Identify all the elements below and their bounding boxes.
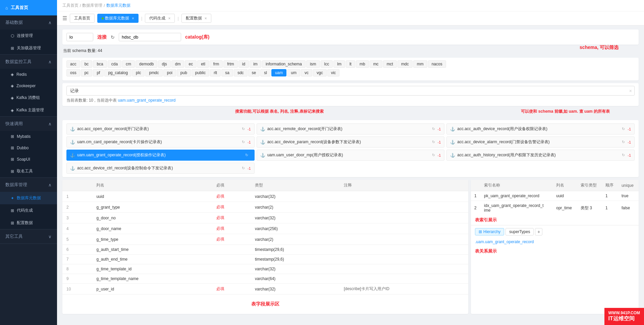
schema-tab-pub[interactable]: pub (177, 69, 191, 76)
table-item[interactable]: ⚓ acc.acc_device_alarm_record(门禁设备告警记录表)… (446, 137, 635, 148)
sidebar-item-kafka-consumer[interactable]: ◈ Kafka 消费组 (0, 92, 57, 104)
tab-close-icon[interactable]: × (132, 16, 134, 21)
schema-tab-mm[interactable]: mm (413, 60, 427, 68)
schema-tab-bca[interactable]: bca (93, 60, 107, 68)
schema-tab-mdc[interactable]: mdc (397, 60, 413, 68)
refresh-table-icon[interactable]: ↻ (242, 166, 245, 170)
sidebar-group-monitor-title[interactable]: 数据监控工具 ∧ (0, 55, 57, 69)
schema-tab-lm[interactable]: lm (333, 60, 345, 68)
schema-tab-etl[interactable]: etl (197, 60, 209, 68)
table-item[interactable]: ⚓ acc.acc_device_param_record(设备参数下发记录表)… (257, 137, 445, 148)
table-item[interactable]: ⚓ acc.acc_open_door_record(开门记录表) ↻ -1 (66, 123, 255, 134)
hierarchy-tab-hierarchy[interactable]: ⊞ Hierarchy (475, 228, 504, 235)
schema-tab-vc[interactable]: vc (301, 69, 312, 76)
refresh-table-icon[interactable]: ↻ (432, 140, 435, 144)
schema-tab-se[interactable]: se (248, 69, 260, 76)
catalog-input[interactable] (119, 33, 181, 41)
schema-tab-information_schema[interactable]: information_schema (262, 60, 306, 68)
schema-tab-mc[interactable]: mc (370, 60, 382, 68)
schema-tab-acc[interactable]: acc (66, 60, 80, 68)
schema-tab-dm[interactable]: dm (171, 60, 184, 68)
schema-tab-id[interactable]: id (238, 60, 249, 68)
schema-tab-bc[interactable]: bc (81, 60, 93, 68)
codegen-tab-close[interactable]: × (168, 16, 170, 21)
refresh-table-icon[interactable]: ↻ (245, 153, 248, 157)
sidebar-item-connection[interactable]: ⬡ 连接管理 (0, 30, 57, 42)
schema-tab-nacos[interactable]: nacos (428, 60, 446, 68)
tab-config-data[interactable]: 配置数据 × (181, 14, 211, 23)
menu-icon[interactable]: ☰ (62, 15, 67, 21)
schema-tab-lt[interactable]: lt (346, 60, 355, 68)
schema-tab-uam[interactable]: uam (271, 69, 286, 76)
tab-codegen[interactable]: 代码生成 × (145, 14, 175, 23)
schema-tab-rlt[interactable]: rlt (210, 69, 221, 76)
schema-tab-poi[interactable]: poi (163, 69, 176, 76)
tab-db-meta[interactable]: 数据库元数据 × (97, 14, 139, 23)
schema-tab-sl[interactable]: sl (260, 69, 271, 76)
schema-tab-um[interactable]: um (287, 69, 300, 76)
breadcrumb-db-meta[interactable]: 数据库元数据 (106, 3, 130, 8)
sidebar-item-db-meta[interactable]: ✦ 数据库元数据 (0, 192, 57, 204)
sidebar-item-soapui[interactable]: ⊞ SoapUI (0, 154, 57, 165)
sidebar-group-other-title[interactable]: 其它工具 ∨ (0, 229, 57, 243)
refresh-table-icon[interactable]: ↻ (242, 127, 245, 131)
schema-tab-frm[interactable]: frm (210, 60, 223, 68)
sidebar-item-naming[interactable]: ⊞ 取名工具 (0, 165, 57, 177)
sidebar-item-dubbo[interactable]: ⊞ Dubbo (0, 142, 57, 154)
table-item[interactable]: ⚓ acc.acc_device_ctrl_record(设备控制命令下发记录表… (66, 163, 255, 174)
schema-tab-pg_catalog[interactable]: pg_catalog (104, 69, 131, 76)
schema-tab-vgc[interactable]: vgc (313, 69, 327, 76)
schema-tab-public[interactable]: public (192, 69, 209, 76)
table-item[interactable]: ⚓ acc.acc_auth_history_record(用户权限下发历史记录… (446, 150, 635, 161)
refresh-table-icon[interactable]: ↻ (432, 153, 435, 157)
schema-tab-plc[interactable]: plc (132, 69, 145, 76)
refresh-table-icon[interactable]: ↻ (432, 127, 435, 131)
refresh-table-icon[interactable]: ↻ (622, 153, 625, 157)
sidebar-group-basic-title[interactable]: 基础数据 ∧ (0, 15, 57, 30)
table-item[interactable]: ⚓ uam.cm_card_operate_record(卡片操作记录表) ↻ … (66, 137, 255, 148)
schema-tab-oss[interactable]: oss (66, 69, 80, 76)
schema-tab-mct[interactable]: mct (383, 60, 397, 68)
sidebar-logo[interactable]: ⌂ 工具首页 (0, 0, 57, 15)
schema-tab-pf[interactable]: pf (93, 69, 104, 76)
refresh-table-icon[interactable]: ↻ (622, 140, 625, 144)
schema-tab-ism[interactable]: ism (306, 60, 320, 68)
config-tab-close[interactable]: × (205, 16, 207, 21)
schema-tab-mb[interactable]: mb (356, 60, 369, 68)
schema-tab-im[interactable]: im (250, 60, 261, 68)
hierarchy-tab-supertypes[interactable]: superTypes (505, 228, 534, 235)
schema-tab-pmdc[interactable]: pmdc (145, 69, 162, 76)
schema-tab-vic[interactable]: vic (327, 69, 340, 76)
schema-tab-cm[interactable]: cm (122, 60, 135, 68)
sidebar-item-codegen[interactable]: ⊞ 代码生成 (0, 204, 57, 217)
sidebar-item-loader[interactable]: ⊞ 关加载器管理 (0, 42, 57, 54)
schema-tab-sdc[interactable]: sdc (234, 69, 248, 76)
table-item[interactable]: ⚓ uam.uam_user_door_mp(用户授权记录表) ↻ -1 (257, 150, 445, 161)
sidebar-item-redis[interactable]: ◈ Redis (0, 69, 57, 80)
search-input[interactable] (66, 86, 635, 96)
sidebar-item-mybatis[interactable]: ⊞ Mybatis (0, 131, 57, 142)
breadcrumb-db-mgmt[interactable]: 数据库管理 (82, 3, 102, 8)
sidebar-item-zookeeper[interactable]: ◈ Zookeeper (0, 80, 57, 92)
table-item[interactable]: ⚓ acc.acc_auth_device_record(用户设备权限记录表) … (446, 123, 635, 134)
tab-home[interactable]: 工具首页 (70, 14, 95, 23)
schema-tab-lcc[interactable]: lcc (321, 60, 333, 68)
sidebar-group-db-title[interactable]: 数据库管理 ∧ (0, 178, 57, 192)
schema-tab-sa[interactable]: sa (221, 69, 233, 76)
breadcrumb-home[interactable]: 工具首页 (62, 3, 78, 8)
schema-tab-demodb[interactable]: demodb (136, 60, 157, 68)
sidebar-item-kafka-topic[interactable]: ◈ Kafka 主题管理 (0, 104, 57, 116)
schema-tab-pc[interactable]: pc (81, 69, 93, 76)
hierarchy-add-btn[interactable]: + (535, 228, 542, 235)
sidebar-group-quick-title[interactable]: 快速调用 ∧ (0, 117, 57, 131)
schema-tab-ec[interactable]: ec (185, 60, 197, 68)
sidebar-item-config[interactable]: ⊞ 配置数据 (0, 217, 57, 229)
search-clear-icon[interactable]: × (629, 88, 632, 94)
schema-tab-djs[interactable]: djs (158, 60, 170, 68)
schema-tab-frtm[interactable]: frtm (223, 60, 238, 68)
refresh-table-icon[interactable]: ↻ (242, 140, 245, 144)
refresh-table-icon[interactable]: ↻ (622, 127, 625, 131)
refresh-connection-btn[interactable]: ↻ (111, 35, 115, 40)
table-item[interactable]: ⚓ acc.acc_remote_door_record(开门记录表) ↻ -1 (257, 123, 445, 134)
connection-select[interactable]: lo (66, 33, 93, 41)
